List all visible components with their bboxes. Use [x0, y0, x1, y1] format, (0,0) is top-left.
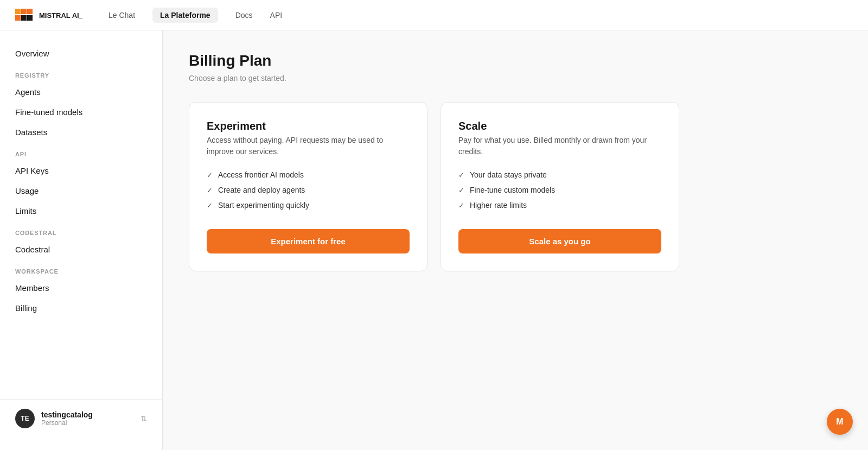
- plans-container: Experiment Access without paying. API re…: [189, 102, 842, 271]
- page-subtitle: Choose a plan to get started.: [189, 74, 842, 83]
- sidebar-item-agents[interactable]: Agents: [0, 82, 162, 102]
- sidebar-section-codestral: CODESTRAL: [0, 221, 162, 239]
- sidebar: Overview REGISTRY Agents Fine-tuned mode…: [0, 30, 163, 450]
- sidebar-item-billing[interactable]: Billing: [0, 298, 162, 318]
- fab-icon: M: [836, 417, 843, 427]
- feature-item: ✓ Access frontier AI models: [207, 170, 410, 179]
- svg-rect-5: [21, 15, 27, 21]
- logo-text: MISTRAL AI_: [39, 9, 82, 21]
- check-icon: ✓: [207, 201, 213, 210]
- check-icon: ✓: [458, 201, 464, 210]
- feature-item: ✓ Start experimenting quickly: [207, 201, 410, 210]
- logo[interactable]: MISTRAL AI_: [13, 4, 82, 26]
- svg-rect-6: [27, 15, 33, 21]
- sidebar-item-limits[interactable]: Limits: [0, 201, 162, 221]
- check-icon: ✓: [207, 186, 213, 194]
- check-icon: ✓: [207, 171, 213, 179]
- svg-text:MISTRAL AI_: MISTRAL AI_: [39, 11, 82, 20]
- fab-button[interactable]: M: [827, 409, 853, 435]
- page-title: Billing Plan: [189, 52, 842, 69]
- chevron-updown-icon: ⇅: [141, 414, 147, 423]
- avatar-sub: Personal: [41, 419, 134, 427]
- avatar-info: testingcatalog Personal: [41, 410, 134, 427]
- sidebar-section-api: API: [0, 142, 162, 161]
- plan-scale-name: Scale: [458, 120, 661, 132]
- scale-as-you-go-button[interactable]: Scale as you go: [458, 229, 661, 253]
- sidebar-item-overview[interactable]: Overview: [0, 43, 162, 64]
- feature-item: ✓ Create and deploy agents: [207, 186, 410, 194]
- plan-scale-description: Pay for what you use. Billed monthly or …: [458, 135, 661, 157]
- avatar-name: testingcatalog: [41, 410, 134, 419]
- sidebar-item-members[interactable]: Members: [0, 278, 162, 298]
- main-content: Billing Plan Choose a plan to get starte…: [163, 30, 868, 450]
- svg-rect-4: [15, 15, 21, 21]
- nav-api[interactable]: API: [270, 9, 283, 22]
- plan-card-scale: Scale Pay for what you use. Billed month…: [441, 102, 679, 271]
- avatar: TE: [15, 409, 35, 428]
- plan-experiment-name: Experiment: [207, 120, 410, 132]
- feature-item: ✓ Fine-tune custom models: [458, 186, 661, 194]
- nav-la-plateforme[interactable]: La Plateforme: [152, 8, 218, 23]
- top-nav: MISTRAL AI_ Le Chat La Plateforme Docs A…: [0, 0, 868, 30]
- nav-le-chat[interactable]: Le Chat: [108, 9, 135, 22]
- sidebar-item-fine-tuned-models[interactable]: Fine-tuned models: [0, 102, 162, 122]
- plan-experiment-features: ✓ Access frontier AI models ✓ Create and…: [207, 170, 410, 210]
- svg-rect-2: [21, 9, 27, 14]
- plan-experiment-description: Access without paying. API requests may …: [207, 135, 410, 157]
- plan-card-experiment: Experiment Access without paying. API re…: [189, 102, 427, 271]
- check-icon: ✓: [458, 186, 464, 194]
- sidebar-item-api-keys[interactable]: API Keys: [0, 161, 162, 181]
- experiment-for-free-button[interactable]: Experiment for free: [207, 229, 410, 253]
- sidebar-item-usage[interactable]: Usage: [0, 181, 162, 201]
- nav-docs[interactable]: Docs: [235, 9, 253, 22]
- user-profile[interactable]: TE testingcatalog Personal ⇅: [0, 400, 162, 437]
- plan-scale-features: ✓ Your data stays private ✓ Fine-tune cu…: [458, 170, 661, 210]
- feature-item: ✓ Higher rate limits: [458, 201, 661, 210]
- sidebar-section-workspace: WORKSPACE: [0, 259, 162, 278]
- svg-rect-3: [27, 9, 33, 14]
- svg-rect-7: [15, 9, 21, 14]
- sidebar-item-codestral[interactable]: Codestral: [0, 239, 162, 259]
- feature-item: ✓ Your data stays private: [458, 170, 661, 179]
- sidebar-item-datasets[interactable]: Datasets: [0, 122, 162, 142]
- sidebar-section-registry: REGISTRY: [0, 64, 162, 82]
- check-icon: ✓: [458, 171, 464, 179]
